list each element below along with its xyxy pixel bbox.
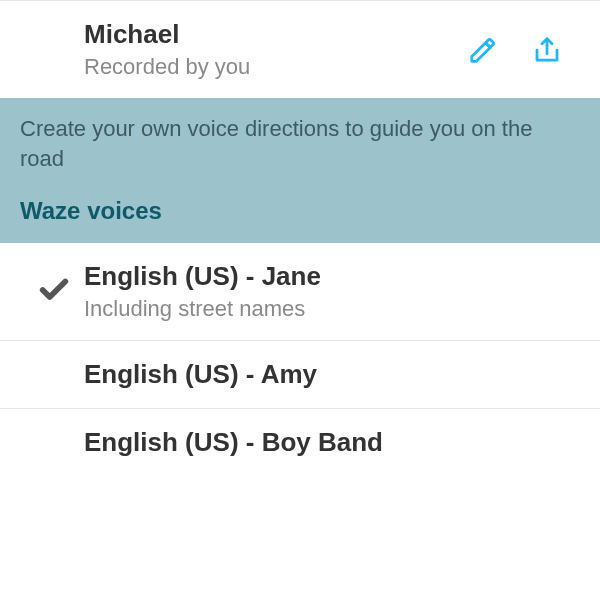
voice-name: English (US) - Jane: [84, 261, 576, 292]
voice-subtitle: Recorded by you: [84, 54, 468, 80]
voice-row-jane[interactable]: English (US) - Jane Including street nam…: [0, 243, 600, 340]
voice-name: English (US) - Boy Band: [84, 427, 576, 458]
voice-name: English (US) - Amy: [84, 359, 576, 390]
create-voice-banner: Create your own voice directions to guid…: [0, 98, 600, 243]
voice-subtitle: Including street names: [84, 296, 576, 322]
banner-text: Create your own voice directions to guid…: [20, 114, 580, 173]
section-header: Waze voices: [20, 197, 580, 225]
my-voice-row[interactable]: Michael Recorded by you: [0, 1, 600, 98]
edit-icon[interactable]: [468, 35, 498, 65]
voice-row-amy[interactable]: English (US) - Amy: [0, 341, 600, 408]
voice-name: Michael: [84, 19, 468, 50]
share-icon[interactable]: [532, 35, 562, 65]
checkmark-icon: [37, 273, 71, 311]
voice-row-boyband[interactable]: English (US) - Boy Band: [0, 409, 600, 476]
